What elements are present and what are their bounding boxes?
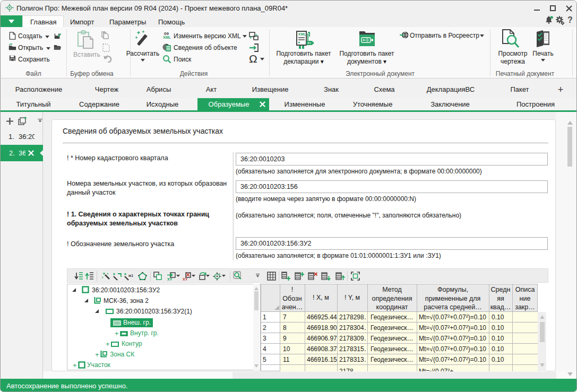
svg-text:м1: м1 [128, 274, 133, 277]
svg-text:XY: XY [183, 277, 188, 281]
svg-text:XML: XML [298, 32, 307, 36]
svg-text:x: x [219, 272, 220, 275]
svg-text:XY: XY [167, 277, 173, 281]
